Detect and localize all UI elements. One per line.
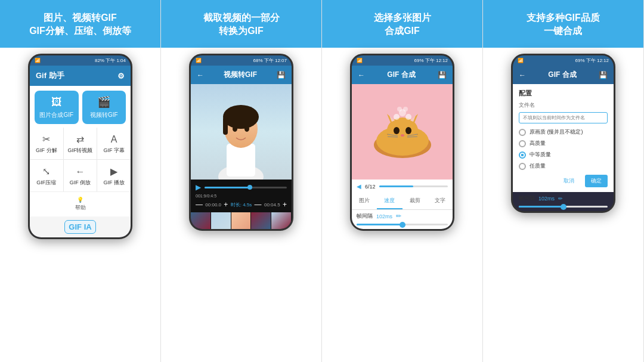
edit-icon-4[interactable]: ✏ [558,196,563,202]
gif-caption-button[interactable]: A GIF 字幕 [97,128,131,159]
battery-text-2: 68% 下午 12:07 [253,57,287,64]
progress-bar[interactable] [205,187,287,188]
radio-medium[interactable]: 中等质量 [519,151,608,159]
compress-icon: ⤡ [42,166,50,177]
back-arrow-icon-3[interactable]: ← [358,71,365,79]
svg-point-27 [403,107,408,112]
progress-track [379,185,448,187]
back-arrow-icon[interactable]: ← [197,71,204,79]
delay-label-3: 帧间隔 [357,212,373,220]
photo-to-gif-button[interactable]: 🖼 图片合成GIF [35,91,79,124]
status-bar-3: 📶 69% 下午 12:12 [352,55,453,66]
slider-fill-3 [357,224,402,225]
gif-ia-badge: GIF IA [64,220,95,234]
photo-to-gif-label: 图片合成GIF [39,111,73,119]
filename-input[interactable] [519,112,608,123]
minus-end[interactable]: — [255,200,262,209]
prev-btn[interactable]: ◀ [357,183,361,190]
svg-point-25 [405,114,411,120]
gif-split-button[interactable]: ✂ GIF 分解 [30,128,63,159]
plus-end[interactable]: + [283,200,287,209]
status-bar-2: 📶 68% 下午 12:07 [191,55,292,66]
tab-text[interactable]: 文字 [428,193,453,209]
tabs-bar: 图片 速度 裁剪 文字 [352,193,453,210]
gif-reverse-button[interactable]: ← GIF 倒放 [64,160,97,191]
svg-point-26 [397,107,402,112]
plus-start[interactable]: + [224,200,228,209]
thumb-5 [271,212,292,229]
video-preview [191,84,292,180]
svg-point-4 [223,105,259,129]
tab-crop[interactable]: 裁剪 [402,193,428,209]
config-buttons: 取消 确定 [519,175,608,187]
panel-3-phone-wrapper: 📶 69% 下午 12:12 ← GIF 合成 💾 [322,48,482,362]
app-bar-4: ← GIF 合成 💾 [513,66,614,84]
video-frame-svg [191,84,292,180]
svg-point-23 [394,114,400,120]
save-icon-4[interactable]: 💾 [599,71,608,79]
convert-icon: ⇄ [76,134,84,145]
end-time: 00:04.5 [264,202,280,208]
svg-point-7 [244,126,249,132]
delay-row-3: 帧间隔 102ms ✏ [352,210,453,222]
video-to-gif-button[interactable]: 🎬 视频转GIF [82,91,126,124]
slider-row-3 [352,222,453,229]
slider-track-4[interactable] [519,206,608,208]
signal-icon-4: 📶 [518,58,524,63]
gif-to-video-button[interactable]: ⇄ GIF转视频 [64,128,97,159]
cancel-button[interactable]: 取消 [558,175,580,187]
panel-4: 支持多种GIF品质 一键合成 📶 69% 下午 12:12 ← GIF 合成 💾… [483,0,644,362]
edit-icon-3[interactable]: ✏ [396,212,401,220]
help-bulb-icon: 💡 [77,197,83,203]
battery-text: 82% 下午 1:04 [95,57,126,64]
radio-low-circle [519,163,526,170]
panel-2: 截取视频的一部分 转换为GIF 📶 68% 下午 12:07 ← 视频转GIF … [161,0,322,362]
status-bar-1: 📶 82% 下午 1:04 [30,55,131,66]
panel-2-header: 截取视频的一部分 转换为GIF [161,0,321,48]
duration-label: 时长: 4.5s [231,202,252,208]
config-title: 配置 [519,89,608,98]
save-icon-2[interactable]: 💾 [277,71,286,79]
gif-ia-area: GIF IA [30,216,131,237]
play-btn[interactable]: ▶ [196,183,201,191]
slider-thumb-4 [561,204,566,210]
thumb-4 [251,212,271,229]
svg-point-17 [405,127,411,134]
delay-value-4: 102ms [538,196,555,202]
minus-start[interactable]: — [196,200,203,209]
help-section: 💡 帮助 [30,191,131,216]
delay-label-4: 帧间隔 [519,194,535,202]
app-title-2: 视频转GIF [224,70,257,80]
radio-high[interactable]: 高质量 [519,140,608,147]
photo-icon: 🖼 [51,96,62,109]
app-title-3: GIF 合成 [387,70,415,80]
cut-controls: — 00:00.0 + 时长: 4.5s — 00:04.5 + [196,200,287,209]
radio-original[interactable]: 原画质 (慢并且不稳定) [519,128,608,136]
delay-value-3: 102ms [376,214,392,219]
progress-fill-3 [379,185,414,187]
video-icon: 🎬 [97,95,110,109]
gif-play-button[interactable]: ▶ GIF 播放 [97,160,131,191]
back-arrow-icon-4[interactable]: ← [519,71,526,79]
radio-medium-circle [519,151,526,159]
slider-row-4 [513,205,614,211]
app-bar-2: ← 视频转GIF 💾 [191,66,292,84]
tab-speed[interactable]: 速度 [377,193,402,209]
radio-low[interactable]: 任质量 [519,162,608,170]
thumbnail-strip [191,212,292,229]
svg-rect-2 [227,144,255,177]
tab-images[interactable]: 图片 [352,193,377,209]
thumb-3 [231,212,252,229]
status-bar-4: 📶 69% 下午 12:12 [513,55,614,66]
scissors-icon: ✂ [42,134,50,145]
gear-icon[interactable]: ⚙ [117,72,125,81]
save-icon-3[interactable]: 💾 [438,71,447,79]
gif-compress-button[interactable]: ⤡ GIF压缩 [30,160,63,191]
slider-track-3[interactable] [357,224,448,225]
svg-point-16 [394,127,400,134]
panel-4-header: 支持多种GIF品质 一键合成 [483,0,643,48]
signal-icon: 📶 [35,58,41,63]
reverse-icon: ← [75,166,85,177]
app-title-1: Gif 助手 [36,70,64,81]
confirm-button[interactable]: 确定 [585,175,608,187]
